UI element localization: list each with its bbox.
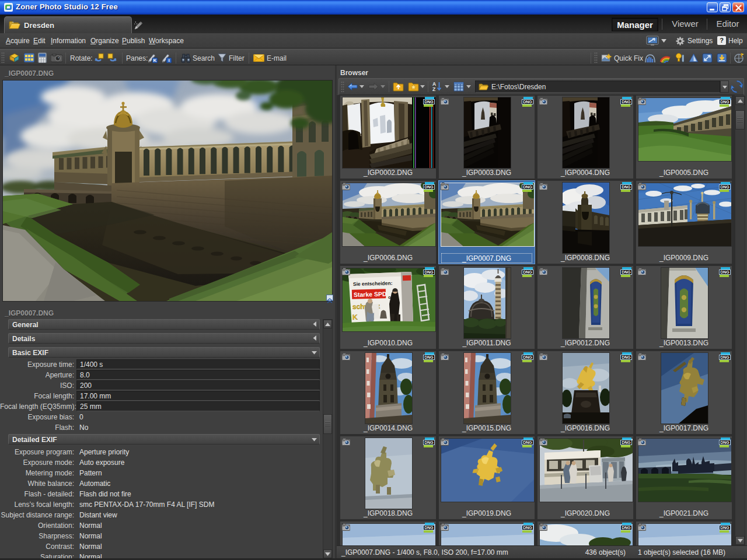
- svg-text:Z: Z: [432, 86, 435, 92]
- svg-text:K: K: [352, 313, 358, 321]
- svg-text:Starke SPD: Starke SPD: [354, 290, 387, 298]
- svg-text:Sie entscheiden:: Sie entscheiden:: [353, 280, 393, 287]
- svg-text:i: i: [168, 58, 169, 63]
- svg-text:K: K: [153, 58, 157, 63]
